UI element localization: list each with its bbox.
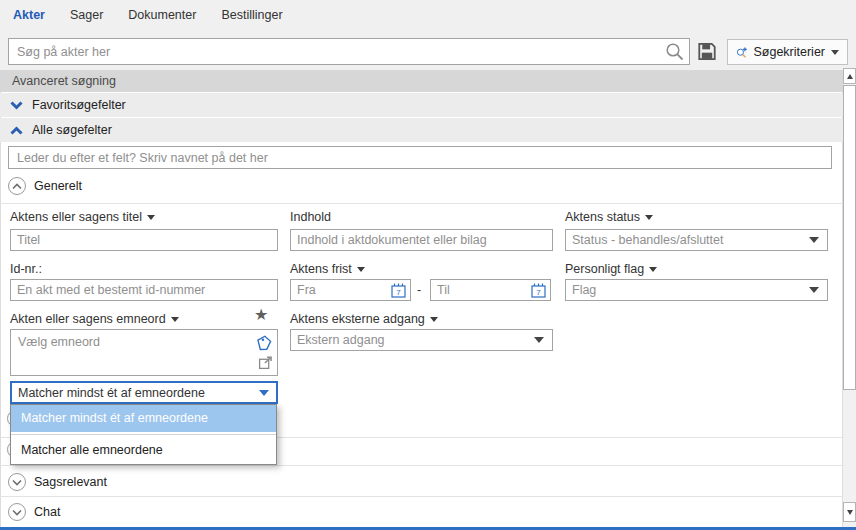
id-input[interactable] bbox=[11, 283, 277, 297]
keywords-field-label[interactable]: Akten eller sagens emneord bbox=[10, 311, 179, 326]
calendar-icon[interactable]: 7 bbox=[531, 283, 546, 298]
section-sagsrelevant-label: Sagsrelevant bbox=[34, 475, 107, 489]
status-field-label[interactable]: Aktens status bbox=[565, 209, 653, 224]
section-sagsrelevant[interactable]: Sagsrelevant bbox=[8, 473, 308, 491]
status-select[interactable]: Status - behandles/afsluttet bbox=[565, 229, 828, 251]
section-generelt-label: Generelt bbox=[34, 179, 82, 193]
arrow-down-icon bbox=[847, 510, 853, 515]
title-input-box bbox=[10, 229, 278, 251]
search-box bbox=[8, 38, 690, 65]
section-generelt[interactable]: Generelt bbox=[8, 177, 308, 195]
keyword-match-option-list: Matcher mindst ét af emneordene Matcher … bbox=[10, 404, 277, 465]
scroll-down-button[interactable] bbox=[843, 502, 856, 522]
keywords-field-label-text: Akten eller sagens emneord bbox=[10, 312, 166, 326]
flag-field-label[interactable]: Personligt flag bbox=[565, 261, 657, 276]
external-access-select[interactable]: Ekstern adgang bbox=[290, 329, 553, 351]
calendar-icon[interactable]: 7 bbox=[391, 283, 406, 298]
status-select-value: Status - behandles/afsluttet bbox=[572, 233, 809, 247]
deadline-from-input[interactable] bbox=[291, 283, 391, 297]
scroll-up-button[interactable] bbox=[843, 68, 856, 84]
main-tabs: Akter Sager Dokumenter Bestillinger bbox=[13, 0, 283, 30]
title-field-label[interactable]: Aktens eller sagens titel bbox=[10, 209, 155, 224]
svg-text:7: 7 bbox=[396, 287, 401, 296]
chevron-down-icon bbox=[10, 101, 23, 110]
svg-text:7: 7 bbox=[536, 287, 541, 296]
id-input-box bbox=[10, 279, 278, 301]
id-field-label: Id-nr.: bbox=[10, 261, 42, 276]
tab-sager[interactable]: Sager bbox=[70, 8, 103, 22]
external-access-field-label-text: Aktens eksterne adgang bbox=[290, 312, 425, 326]
chevron-down-icon bbox=[809, 287, 819, 293]
chevron-down-icon bbox=[809, 237, 819, 243]
all-fields-accordion[interactable]: Alle søgefelter bbox=[0, 118, 844, 142]
option-separator bbox=[11, 434, 276, 435]
field-finder-box bbox=[8, 146, 832, 169]
search-input[interactable] bbox=[9, 45, 664, 59]
deadline-to-input[interactable] bbox=[431, 283, 531, 297]
flag-field-label-text: Personligt flag bbox=[565, 262, 644, 276]
flag-select[interactable]: Flag bbox=[565, 279, 828, 301]
chevron-down-icon bbox=[645, 215, 653, 220]
keywords-placeholder: Vælg emneord bbox=[18, 335, 100, 349]
chevron-down-icon bbox=[171, 317, 179, 322]
deadline-from-box: 7 bbox=[290, 279, 411, 301]
tab-bestillinger[interactable]: Bestillinger bbox=[221, 8, 282, 22]
deadline-field-label[interactable]: Aktens frist bbox=[290, 261, 365, 276]
title-field-label-text: Aktens eller sagens titel bbox=[10, 210, 142, 224]
content-input[interactable] bbox=[291, 233, 552, 247]
favorites-accordion[interactable]: Favoritsøgefelter bbox=[0, 93, 844, 117]
expand-section-icon[interactable] bbox=[8, 473, 26, 491]
tab-dokumenter[interactable]: Dokumenter bbox=[128, 8, 196, 22]
tab-akter[interactable]: Akter bbox=[13, 8, 45, 22]
option-match-all[interactable]: Matcher alle emneordene bbox=[11, 437, 276, 464]
expand-section-icon[interactable] bbox=[8, 503, 26, 521]
title-input[interactable] bbox=[11, 233, 277, 247]
chevron-down-icon bbox=[534, 337, 544, 343]
chevron-down-icon bbox=[649, 267, 657, 272]
section-chat-label: Chat bbox=[34, 505, 60, 519]
vertical-scrollbar[interactable] bbox=[843, 68, 856, 527]
collapse-section-icon[interactable] bbox=[8, 177, 26, 195]
add-search-criteria-icon bbox=[736, 44, 747, 61]
chevron-down-icon bbox=[430, 317, 438, 322]
external-access-field-label[interactable]: Aktens eksterne adgang bbox=[290, 311, 438, 326]
arrow-up-icon bbox=[847, 74, 853, 79]
advanced-search-title: Avanceret søgning bbox=[0, 70, 844, 92]
flag-select-value: Flag bbox=[572, 283, 809, 297]
search-criteria-label: Søgekriterier bbox=[753, 45, 825, 59]
id-field-label-text: Id-nr.: bbox=[10, 262, 42, 276]
section-chat[interactable]: Chat bbox=[8, 503, 308, 521]
divider bbox=[0, 465, 844, 466]
divider bbox=[0, 203, 844, 204]
divider bbox=[0, 496, 844, 497]
all-fields-accordion-label: Alle søgefelter bbox=[32, 123, 112, 137]
content-field-label: Indhold bbox=[290, 209, 331, 224]
favorite-star-icon[interactable]: ★ bbox=[254, 307, 268, 323]
chevron-up-icon bbox=[10, 126, 23, 135]
search-criteria-button[interactable]: Søgekriterier bbox=[727, 39, 848, 65]
deadline-separator: - bbox=[417, 283, 421, 297]
external-access-select-value: Ekstern adgang bbox=[297, 333, 534, 347]
keyword-match-select[interactable]: Matcher mindst ét af emneordene bbox=[10, 381, 278, 404]
deadline-field-label-text: Aktens frist bbox=[290, 262, 352, 276]
scrollbar-thumb[interactable] bbox=[843, 85, 856, 390]
content-input-box bbox=[290, 229, 553, 251]
open-window-icon[interactable] bbox=[258, 355, 273, 370]
chevron-down-icon bbox=[357, 267, 365, 272]
option-match-any[interactable]: Matcher mindst ét af emneordene bbox=[11, 405, 276, 432]
chevron-down-icon bbox=[259, 390, 269, 396]
save-search-icon[interactable] bbox=[697, 42, 717, 61]
tag-icon[interactable] bbox=[255, 334, 273, 352]
keywords-picker-box[interactable]: Vælg emneord bbox=[10, 329, 278, 376]
favorites-accordion-label: Favoritsøgefelter bbox=[32, 98, 126, 112]
f2-search-window: Akter Sager Dokumenter Bestillinger Søge… bbox=[0, 0, 856, 530]
chevron-down-icon bbox=[147, 215, 155, 220]
keyword-match-select-value: Matcher mindst ét af emneordene bbox=[18, 386, 259, 400]
chevron-down-icon bbox=[831, 50, 839, 55]
search-icon[interactable] bbox=[664, 41, 686, 63]
deadline-to-box: 7 bbox=[430, 279, 551, 301]
field-finder-input[interactable] bbox=[9, 147, 831, 168]
status-field-label-text: Aktens status bbox=[565, 210, 640, 224]
content-field-label-text: Indhold bbox=[290, 210, 331, 224]
